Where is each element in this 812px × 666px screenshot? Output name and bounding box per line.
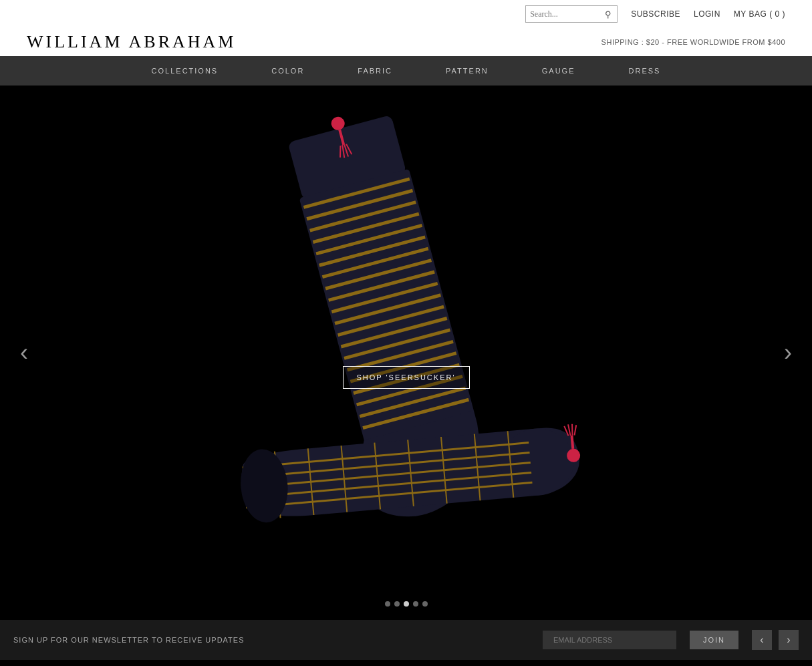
nav-item-color[interactable]: COLOR bbox=[245, 67, 331, 75]
nav-item-dress[interactable]: DRESS bbox=[602, 67, 688, 75]
newsletter-text: SIGN UP FOR OUR NEWSLETTER TO RECEIVE UP… bbox=[13, 636, 529, 644]
svg-line-47 bbox=[571, 424, 573, 436]
nav-item-gauge[interactable]: GAUGE bbox=[515, 67, 602, 75]
email-input[interactable] bbox=[543, 631, 676, 649]
svg-line-48 bbox=[573, 425, 577, 435]
search-form[interactable]: ⚲ bbox=[525, 5, 618, 23]
slide-dot-3[interactable] bbox=[404, 601, 409, 607]
socks-svg bbox=[172, 99, 640, 607]
svg-line-44 bbox=[571, 436, 573, 449]
next-slide-button[interactable]: › bbox=[771, 332, 805, 373]
newsletter-bar: SIGN UP FOR OUR NEWSLETTER TO RECEIVE UP… bbox=[0, 620, 812, 660]
footer-arrows: ‹ › bbox=[752, 630, 799, 650]
slide-dot-1[interactable] bbox=[385, 601, 390, 607]
main-nav: COLLECTIONS COLOR FABRIC PATTERN GAUGE D… bbox=[0, 56, 812, 86]
shipping-notice: SHIPPING : $20 - FREE WORLDWIDE FROM $40… bbox=[601, 38, 785, 46]
slide-dot-2[interactable] bbox=[394, 601, 400, 607]
footer-next-button[interactable]: › bbox=[779, 630, 799, 650]
login-link[interactable]: LOGIN bbox=[694, 9, 720, 19]
slide-dot-4[interactable] bbox=[413, 601, 418, 607]
join-button[interactable]: JOIN bbox=[690, 631, 738, 649]
bag-link[interactable]: MY BAG ( 0 ) bbox=[734, 9, 785, 19]
shop-seersucker-button[interactable]: SHOP 'SEERSUCKER' bbox=[342, 366, 469, 389]
search-icon: ⚲ bbox=[605, 9, 612, 19]
search-input[interactable] bbox=[530, 9, 603, 19]
footer-prev-button[interactable]: ‹ bbox=[752, 630, 772, 650]
slider-dots bbox=[385, 601, 428, 607]
nav-item-pattern[interactable]: PATTERN bbox=[419, 67, 515, 75]
nav-item-collections[interactable]: COLLECTIONS bbox=[125, 67, 245, 75]
svg-line-46 bbox=[568, 424, 570, 436]
slide-dot-5[interactable] bbox=[422, 601, 428, 607]
site-logo: WILLIAM ABRAHAM bbox=[27, 32, 237, 52]
hero-image: SHOP 'SEERSUCKER' bbox=[0, 86, 812, 620]
subscribe-link[interactable]: SUBSCRIBE bbox=[631, 9, 680, 19]
nav-item-fabric[interactable]: FABRIC bbox=[331, 67, 419, 75]
hero-slider: ‹ bbox=[0, 86, 812, 620]
prev-slide-button[interactable]: ‹ bbox=[7, 332, 41, 373]
search-button[interactable]: ⚲ bbox=[603, 9, 613, 19]
